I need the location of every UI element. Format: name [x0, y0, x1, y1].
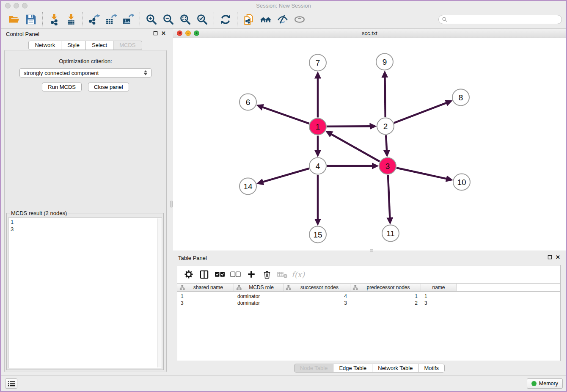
- zoom-selected-icon[interactable]: [195, 12, 210, 27]
- show-details-icon[interactable]: [292, 12, 307, 27]
- import-table-icon[interactable]: [63, 12, 79, 27]
- node-3[interactable]: 3: [379, 158, 396, 174]
- search-input[interactable]: [449, 17, 559, 23]
- node-15[interactable]: 15: [309, 226, 326, 243]
- edge-1-6[interactable]: [262, 107, 309, 124]
- node-14[interactable]: 14: [239, 178, 256, 195]
- home-icon[interactable]: [258, 12, 273, 27]
- network-graph[interactable]: 7968124314101511: [173, 38, 566, 250]
- table-cell[interactable]: 1: [350, 293, 421, 299]
- tab-network[interactable]: Network: [28, 41, 61, 50]
- column-header-successor-nodes[interactable]: successor nodes: [284, 284, 350, 291]
- mcds-result-text[interactable]: 1 3: [8, 218, 162, 368]
- refresh-icon[interactable]: [218, 12, 233, 27]
- zoom-in-icon[interactable]: [144, 12, 159, 27]
- import-network-icon[interactable]: [47, 12, 62, 27]
- column-header-name[interactable]: name: [421, 284, 457, 291]
- table-cell[interactable]: 3: [177, 300, 234, 306]
- run-mcds-button[interactable]: Run MCDS: [42, 83, 82, 91]
- table-cell[interactable]: 3: [421, 300, 457, 306]
- tab-edge-table[interactable]: Edge Table: [333, 364, 372, 373]
- edge-4-14[interactable]: [263, 168, 309, 182]
- deselect-all-icon[interactable]: [228, 268, 243, 281]
- column-header-shared-name[interactable]: shared name: [177, 284, 234, 291]
- column-type-icon: [352, 285, 358, 290]
- scrollbar-track[interactable]: [157, 218, 161, 367]
- tab-motifs[interactable]: Motifs: [418, 364, 445, 373]
- select-all-icon[interactable]: [212, 268, 228, 281]
- node-6[interactable]: 6: [239, 94, 256, 110]
- network-maximize-icon[interactable]: +: [194, 30, 199, 36]
- close-panel-icon[interactable]: ✕: [161, 31, 166, 36]
- edge-2-9[interactable]: [385, 77, 385, 117]
- network-minimize-icon[interactable]: −: [185, 30, 191, 36]
- node-2[interactable]: 2: [377, 118, 394, 135]
- open-session-icon[interactable]: [6, 12, 22, 27]
- network-close-icon[interactable]: ✕: [177, 30, 182, 36]
- tab-network-table[interactable]: Network Table: [372, 364, 418, 373]
- edge-3-10[interactable]: [396, 168, 447, 179]
- column-label: predecessor nodes: [358, 284, 418, 290]
- edge-1-2[interactable]: [327, 126, 370, 127]
- edge-2-3[interactable]: [386, 135, 387, 151]
- duplicate-network-icon[interactable]: [241, 12, 256, 27]
- node-8[interactable]: 8: [452, 89, 469, 106]
- float-panel-icon[interactable]: [153, 31, 158, 36]
- close-table-panel-icon[interactable]: ✕: [556, 255, 560, 259]
- zoom-out-icon[interactable]: [161, 12, 176, 27]
- column-type-icon: [179, 285, 185, 290]
- table-cell[interactable]: 2: [350, 300, 421, 306]
- export-network-icon[interactable]: [87, 12, 102, 27]
- table-cell[interactable]: 1: [177, 293, 234, 299]
- network-title: scc.txt: [173, 29, 566, 38]
- export-image-icon[interactable]: [121, 12, 136, 27]
- table-cell[interactable]: 4: [284, 293, 350, 299]
- splitter-handle[interactable]: [170, 201, 173, 207]
- node-9[interactable]: 9: [376, 54, 393, 70]
- save-session-icon[interactable]: [23, 12, 39, 27]
- minimize-window-icon[interactable]: [14, 3, 19, 8]
- float-table-panel-icon[interactable]: [548, 255, 552, 259]
- export-table-icon[interactable]: [104, 12, 119, 27]
- node-7[interactable]: 7: [309, 55, 326, 71]
- vertical-splitter[interactable]: [170, 29, 173, 375]
- edge-3-11[interactable]: [388, 175, 390, 218]
- node-label: 8: [459, 93, 463, 102]
- tab-select[interactable]: Select: [85, 41, 113, 50]
- search-field[interactable]: [438, 15, 562, 24]
- tab-style[interactable]: Style: [61, 41, 86, 50]
- maximize-window-icon[interactable]: [22, 3, 28, 8]
- tab-mcds[interactable]: MCDS: [113, 41, 142, 50]
- delete-table-icon: [275, 268, 290, 281]
- delete-entry-icon[interactable]: [259, 268, 275, 281]
- column-header-predecessor-nodes[interactable]: predecessor nodes: [350, 284, 421, 291]
- memory-button[interactable]: Memory: [527, 378, 563, 389]
- table-tabs: Node TableEdge TableNetwork TableMotifs: [173, 364, 566, 373]
- close-window-icon[interactable]: [5, 3, 11, 8]
- node-4[interactable]: 4: [309, 158, 326, 174]
- settings-icon[interactable]: [181, 268, 196, 281]
- node-10[interactable]: 10: [453, 174, 470, 190]
- table-row[interactable]: 3dominator323: [177, 300, 560, 306]
- hide-details-icon[interactable]: [275, 12, 290, 27]
- node-11[interactable]: 11: [382, 225, 399, 242]
- table-cell[interactable]: 1: [421, 293, 457, 299]
- add-entry-icon[interactable]: [243, 268, 259, 281]
- edge-2-8[interactable]: [394, 103, 446, 123]
- table-cell[interactable]: 3: [284, 300, 350, 306]
- optimization-select[interactable]: strongly connected component: [19, 68, 151, 77]
- column-header-MCDS-role[interactable]: MCDS role: [234, 284, 284, 291]
- split-view-icon[interactable]: [196, 268, 212, 281]
- task-history-button[interactable]: [5, 378, 17, 389]
- node-1[interactable]: 1: [309, 119, 326, 135]
- tab-node-table[interactable]: Node Table: [294, 364, 334, 373]
- table-cell[interactable]: dominator: [234, 300, 284, 306]
- splitter-handle[interactable]: [370, 249, 373, 252]
- network-canvas[interactable]: 7968124314101511: [173, 38, 566, 251]
- table-row[interactable]: 1dominator411: [177, 293, 560, 300]
- table-cell[interactable]: dominator: [234, 293, 284, 299]
- close-panel-button[interactable]: Close panel: [88, 83, 129, 91]
- edge-3-1[interactable]: [331, 134, 380, 162]
- zoom-fit-icon[interactable]: [178, 12, 193, 27]
- optimization-label: Optimization criterion:: [5, 58, 166, 64]
